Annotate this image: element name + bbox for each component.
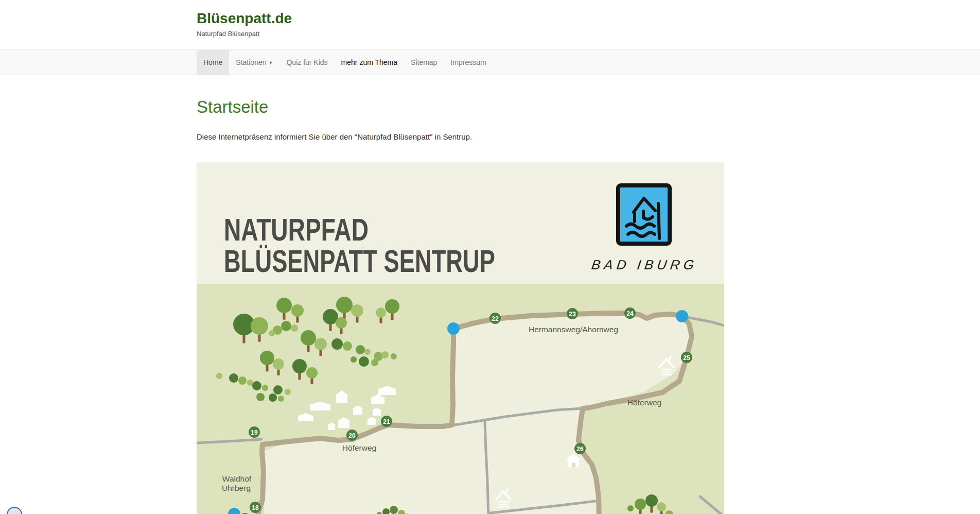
logo-text: BAD IBURG <box>590 257 698 272</box>
station-number: 20 <box>348 432 356 439</box>
map-station-marker-18: 18 <box>250 502 261 513</box>
nav-link-stationen[interactable]: Stationen▼ <box>229 50 279 75</box>
trail-map-svg: Hermannsweg/AhornwegHöferwegHöferwegWald… <box>197 162 724 514</box>
site-subtitle: Naturpfad Blüsenpatt <box>197 30 783 38</box>
station-number: 22 <box>492 315 499 322</box>
station-number: 23 <box>569 311 576 318</box>
nav-item-quiz: Quiz für Kids <box>279 50 334 75</box>
nav-link-home[interactable]: Home <box>197 50 229 75</box>
nav-item-stationen: Stationen▼ <box>229 50 279 75</box>
map-station-marker-19: 19 <box>249 426 260 438</box>
nav-item-home: Home <box>197 50 229 75</box>
map-street-label: Höferweg <box>627 398 661 407</box>
map-station-marker-21: 21 <box>381 416 392 427</box>
nav-item-mehr: mehr zum Thema <box>335 50 404 75</box>
map-station-marker-23: 23 <box>567 308 578 319</box>
map-street-label: Uhrberg <box>222 484 251 492</box>
main-content: Startseite Diese Internetpräsenz informi… <box>189 97 791 514</box>
nav-link-quiz[interactable]: Quiz für Kids <box>279 50 334 75</box>
intro-text: Diese Internetpräsenz informiert Sie übe… <box>197 132 783 141</box>
nav-link-impressum[interactable]: Impressum <box>444 50 493 75</box>
site-header: Blüsenpatt.de Naturpfad Blüsenpatt <box>0 0 980 49</box>
site-title[interactable]: Blüsenpatt.de <box>197 10 783 27</box>
page-title: Startseite <box>197 97 783 117</box>
trail-map-image: Hermannsweg/AhornwegHöferwegHöferwegWald… <box>197 162 724 514</box>
main-navbar: HomeStationen▼Quiz für Kidsmehr zum Them… <box>0 49 980 75</box>
map-station-marker-26: 26 <box>574 443 586 454</box>
nav-link-sitemap[interactable]: Sitemap <box>404 50 444 75</box>
station-number: 24 <box>626 310 634 317</box>
map-street-label: Waldhof <box>222 474 252 483</box>
map-highlight-dot <box>676 310 688 322</box>
map-station-marker-24: 24 <box>624 307 636 319</box>
nav-item-impressum: Impressum <box>444 50 493 75</box>
map-highlight-dot <box>447 322 460 335</box>
map-street-label: Höferweg <box>342 443 376 452</box>
map-station-marker-20: 20 <box>346 430 358 441</box>
station-number: 18 <box>252 504 259 511</box>
station-number: 19 <box>251 429 258 436</box>
corner-widget-button[interactable] <box>7 507 22 514</box>
map-title-line1: NATURPFAD <box>224 212 369 247</box>
station-number: 25 <box>683 354 690 362</box>
dropdown-caret-icon: ▼ <box>269 58 273 67</box>
map-station-marker-22: 22 <box>489 313 501 324</box>
map-street-label: Hermannsweg/Ahornweg <box>529 325 618 334</box>
station-number: 21 <box>383 418 390 425</box>
station-number: 26 <box>576 446 584 453</box>
nav-item-sitemap: Sitemap <box>404 50 444 75</box>
nav-list: HomeStationen▼Quiz für Kidsmehr zum Them… <box>197 50 783 75</box>
nav-link-mehr[interactable]: mehr zum Thema <box>335 50 404 75</box>
map-title-line2: BLÜSENPATT SENTRUP <box>224 243 495 279</box>
map-station-marker-25: 25 <box>681 352 692 363</box>
